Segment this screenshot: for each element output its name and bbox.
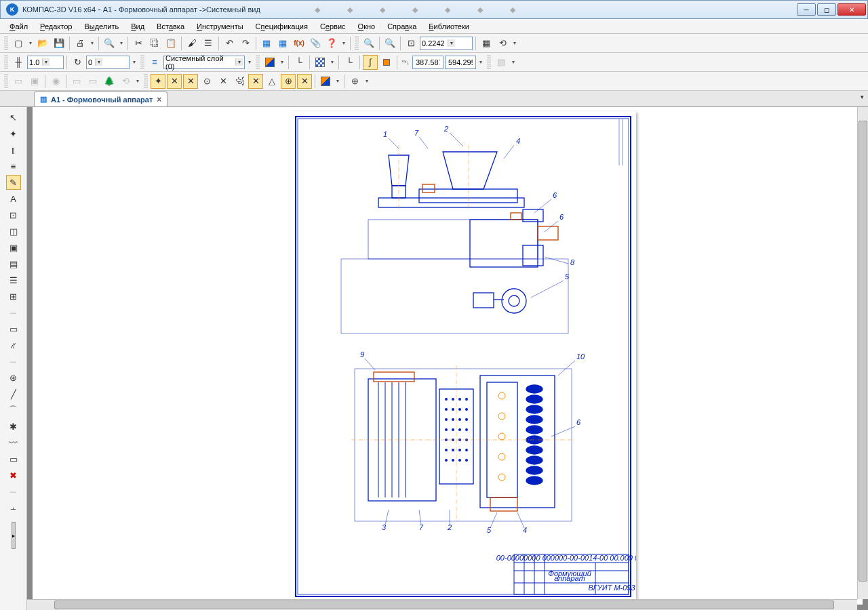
- variables-button[interactable]: ▦: [275, 36, 290, 51]
- drawing-canvas[interactable]: 1 7 2 4 6 6 8 5: [27, 107, 868, 610]
- toolbar-grip[interactable]: [144, 75, 148, 88]
- zoom-fit-button[interactable]: ⊡: [403, 36, 418, 51]
- tool-geometry[interactable]: ✦: [6, 126, 21, 141]
- snap-point-button[interactable]: ✕: [297, 74, 312, 89]
- zoom-select[interactable]: 0.2242 ▾: [420, 37, 473, 50]
- horizontal-scrollbar[interactable]: [27, 599, 857, 610]
- toolbar-overflow[interactable]: ▾: [246, 55, 253, 70]
- minimize-button[interactable]: ─: [797, 3, 816, 16]
- dimension-button[interactable]: [379, 55, 394, 70]
- rounding-button[interactable]: ∫: [363, 55, 378, 70]
- coord-y-input[interactable]: [445, 56, 476, 69]
- toolbar-grip[interactable]: [487, 56, 491, 69]
- layers-button[interactable]: ≡: [147, 55, 162, 70]
- menu-help[interactable]: Справка: [382, 21, 422, 32]
- snap-grid-button[interactable]: ⊕: [281, 74, 296, 89]
- close-button[interactable]: ✕: [837, 3, 866, 16]
- menu-edit[interactable]: Редактор: [35, 21, 77, 32]
- menu-view[interactable]: Вид: [125, 21, 150, 32]
- tool-dimensions[interactable]: ⫿: [6, 142, 21, 157]
- properties-button[interactable]: ☰: [201, 36, 216, 51]
- toolbar-grip[interactable]: [4, 75, 8, 88]
- print-dropdown[interactable]: ▾: [89, 36, 96, 51]
- snap-dropdown[interactable]: ▾: [334, 74, 341, 89]
- layer-select[interactable]: Системный слой (0) ▾: [163, 56, 245, 69]
- new-button[interactable]: ▢: [11, 36, 26, 51]
- close-tab-icon[interactable]: ×: [157, 95, 161, 104]
- tool-edit[interactable]: ✎: [6, 175, 21, 190]
- format-painter-button[interactable]: 🖌: [184, 36, 199, 51]
- toolbar-overflow[interactable]: ▾: [511, 36, 518, 51]
- tool-text[interactable]: A: [6, 191, 21, 206]
- toolbar-overflow[interactable]: ▾: [510, 55, 517, 70]
- tool-pointer[interactable]: ↖: [6, 110, 21, 125]
- tool-spline[interactable]: 〰: [6, 435, 21, 450]
- toolbar-overflow[interactable]: ▾: [134, 74, 141, 89]
- step-button[interactable]: ╫: [11, 55, 26, 70]
- snap-color-button[interactable]: [318, 74, 333, 89]
- toolbar-grip[interactable]: [4, 56, 8, 69]
- tool-offset[interactable]: ⫠: [6, 500, 21, 515]
- local-cs-button[interactable]: └: [342, 55, 357, 70]
- coord-x-input[interactable]: [412, 56, 443, 69]
- menu-libs[interactable]: Библиотеки: [423, 21, 475, 32]
- document-tab-active[interactable]: ▥ А1 - Формовочный аппарат ×: [34, 92, 167, 106]
- tool-rect[interactable]: ▭: [6, 451, 21, 466]
- orthogonal-button[interactable]: └: [292, 55, 307, 70]
- zoom-window-button[interactable]: 🔍: [382, 36, 397, 51]
- copy-button[interactable]: ⿻: [147, 36, 162, 51]
- color-fill-button[interactable]: [262, 55, 277, 70]
- scroll-thumb[interactable]: [859, 121, 867, 582]
- toolbar-overflow[interactable]: ▾: [340, 36, 347, 51]
- snap-endpoint-button[interactable]: ✦: [151, 74, 165, 89]
- print-button[interactable]: 🖨: [73, 36, 87, 51]
- line-width-select[interactable]: 1.0 ▾: [27, 56, 64, 69]
- redo-button[interactable]: ↷: [238, 36, 253, 51]
- preview-button[interactable]: 🔍: [102, 36, 117, 51]
- angle-select[interactable]: 0 ▾: [86, 56, 130, 69]
- snap-perpendicular-button[interactable]: ꧁: [232, 74, 247, 89]
- paste-button[interactable]: 📋: [163, 36, 178, 51]
- open-button[interactable]: 📂: [35, 36, 50, 51]
- toolbar-grip[interactable]: [4, 37, 8, 50]
- tool-arc[interactable]: ⌒: [6, 403, 21, 418]
- help-context-button[interactable]: ❓: [324, 36, 339, 51]
- tool-point[interactable]: ✱: [6, 419, 21, 434]
- snap-toggle-button[interactable]: ⊕: [347, 74, 362, 89]
- scroll-thumb[interactable]: [54, 601, 834, 609]
- grid-button[interactable]: [313, 55, 328, 70]
- tool-parametrize[interactable]: ⊡: [6, 207, 21, 222]
- tool-constraints[interactable]: ⊛: [6, 370, 21, 385]
- play-button[interactable]: 📎: [308, 36, 323, 51]
- angle-step-button[interactable]: ↻: [70, 55, 85, 70]
- menu-file[interactable]: Файл: [4, 21, 33, 32]
- toolbar-overflow[interactable]: ▾: [363, 74, 370, 89]
- zoom-in-button[interactable]: 🔍: [361, 36, 376, 51]
- snap-tangent-button[interactable]: ✕: [216, 74, 231, 89]
- tool-measure[interactable]: ◫: [6, 224, 21, 239]
- preview-dropdown[interactable]: ▾: [118, 36, 125, 51]
- undo-button[interactable]: ↶: [222, 36, 237, 51]
- fx-button[interactable]: f(x): [292, 36, 307, 51]
- cut-button[interactable]: ✂: [131, 36, 146, 51]
- menu-service[interactable]: Сервис: [315, 21, 351, 32]
- tool-spec[interactable]: ▤: [6, 256, 21, 271]
- save-button[interactable]: 💾: [52, 36, 66, 51]
- toolbar-grip[interactable]: [140, 56, 144, 69]
- snap-intersection-button[interactable]: ✕: [183, 74, 198, 89]
- menu-insert[interactable]: Вставка: [151, 21, 190, 32]
- toolbar-grip[interactable]: [355, 37, 359, 50]
- toolbar-overflow[interactable]: ▾: [477, 55, 484, 70]
- snap-angle-button[interactable]: △: [264, 74, 279, 89]
- menu-spec[interactable]: Спецификация: [250, 21, 313, 32]
- refresh-view-button[interactable]: ▦: [479, 36, 494, 51]
- menu-tools[interactable]: Инструменты: [191, 21, 249, 32]
- grid-dropdown[interactable]: ▾: [329, 55, 336, 70]
- menu-select[interactable]: Выделить: [79, 21, 124, 32]
- panel-expand-button[interactable]: ▸: [12, 522, 16, 549]
- snap-midpoint-button[interactable]: ✕: [167, 74, 182, 89]
- maximize-button[interactable]: ◻: [817, 3, 836, 16]
- color-dropdown[interactable]: ▾: [279, 55, 285, 70]
- toolbar-overflow[interactable]: ▾: [131, 55, 138, 70]
- tool-insert[interactable]: ⊞: [6, 289, 21, 304]
